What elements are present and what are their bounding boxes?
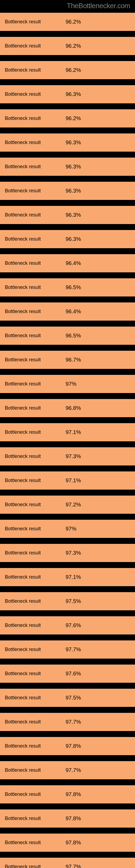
result-row: Bottleneck result97% — [0, 520, 135, 538]
result-row: Bottleneck result97.5% — [0, 592, 135, 610]
result-row: Bottleneck result97% — [0, 375, 135, 393]
result-value: 97.7% — [65, 646, 81, 653]
result-label: Bottleneck result — [5, 357, 65, 363]
result-row: Bottleneck result96.3% — [0, 133, 135, 152]
result-row: Bottleneck result97.7% — [0, 641, 135, 659]
result-label: Bottleneck result — [5, 260, 65, 266]
result-value: 97.8% — [65, 839, 81, 846]
result-value: 97.7% — [65, 864, 81, 868]
header: TheBottlenecker.com — [0, 0, 135, 13]
result-value: 96.5% — [65, 333, 81, 339]
result-value: 96.3% — [65, 91, 81, 97]
result-value: 97.8% — [65, 743, 81, 749]
result-label: Bottleneck result — [5, 816, 65, 822]
result-label: Bottleneck result — [5, 91, 65, 97]
result-row: Bottleneck result97.6% — [0, 664, 135, 683]
result-row: Bottleneck result96.7% — [0, 351, 135, 369]
result-value: 96.4% — [65, 260, 81, 267]
result-row: Bottleneck result96.2% — [0, 109, 135, 127]
result-row: Bottleneck result96.3% — [0, 230, 135, 248]
result-label: Bottleneck result — [5, 550, 65, 556]
result-row: Bottleneck result97.8% — [0, 785, 135, 803]
result-value: 97.7% — [65, 719, 81, 725]
result-label: Bottleneck result — [5, 478, 65, 484]
result-value: 97.6% — [65, 671, 81, 677]
result-label: Bottleneck result — [5, 840, 65, 845]
result-value: 96.4% — [65, 308, 81, 315]
result-row: Bottleneck result96.4% — [0, 254, 135, 272]
result-row: Bottleneck result97.6% — [0, 616, 135, 634]
result-value: 97.1% — [65, 477, 81, 484]
result-label: Bottleneck result — [5, 767, 65, 773]
result-row: Bottleneck result96.5% — [0, 278, 135, 297]
result-value: 96.3% — [65, 236, 81, 242]
result-label: Bottleneck result — [5, 719, 65, 725]
result-row: Bottleneck result97.2% — [0, 496, 135, 514]
result-value: 96.8% — [65, 405, 81, 411]
result-label: Bottleneck result — [5, 140, 65, 145]
result-value: 96.3% — [65, 163, 81, 170]
result-label: Bottleneck result — [5, 647, 65, 652]
result-value: 97.5% — [65, 598, 81, 604]
result-row: Bottleneck result97.7% — [0, 761, 135, 779]
result-row: Bottleneck result96.5% — [0, 327, 135, 345]
result-value: 96.2% — [65, 67, 81, 73]
result-value: 96.5% — [65, 284, 81, 290]
result-label: Bottleneck result — [5, 429, 65, 435]
result-label: Bottleneck result — [5, 116, 65, 121]
result-row: Bottleneck result96.8% — [0, 399, 135, 417]
result-value: 97.1% — [65, 429, 81, 435]
result-value: 97.3% — [65, 453, 81, 460]
result-row: Bottleneck result96.2% — [0, 61, 135, 79]
result-label: Bottleneck result — [5, 598, 65, 604]
result-value: 97% — [65, 526, 77, 532]
result-label: Bottleneck result — [5, 405, 65, 411]
result-label: Bottleneck result — [5, 67, 65, 73]
result-row: Bottleneck result96.3% — [0, 206, 135, 224]
result-value: 96.3% — [65, 140, 81, 146]
result-row: Bottleneck result96.2% — [0, 13, 135, 31]
result-row: Bottleneck result97.7% — [0, 713, 135, 731]
result-label: Bottleneck result — [5, 671, 65, 677]
result-value: 97.6% — [65, 622, 81, 628]
result-label: Bottleneck result — [5, 284, 65, 290]
result-value: 96.3% — [65, 212, 81, 218]
result-value: 97.3% — [65, 550, 81, 556]
result-row: Bottleneck result96.3% — [0, 158, 135, 176]
result-label: Bottleneck result — [5, 212, 65, 218]
result-label: Bottleneck result — [5, 502, 65, 507]
result-value: 96.2% — [65, 115, 81, 122]
result-label: Bottleneck result — [5, 381, 65, 387]
result-row: Bottleneck result97.8% — [0, 809, 135, 828]
result-label: Bottleneck result — [5, 19, 65, 25]
result-row: Bottleneck result97.1% — [0, 568, 135, 586]
result-label: Bottleneck result — [5, 574, 65, 580]
result-row: Bottleneck result97.8% — [0, 834, 135, 852]
result-label: Bottleneck result — [5, 43, 65, 49]
result-value: 96.2% — [65, 43, 81, 49]
result-label: Bottleneck result — [5, 309, 65, 314]
result-value: 97.5% — [65, 695, 81, 701]
result-row: Bottleneck result96.3% — [0, 182, 135, 200]
result-row: Bottleneck result96.4% — [0, 303, 135, 321]
result-row: Bottleneck result97.1% — [0, 423, 135, 441]
result-label: Bottleneck result — [5, 792, 65, 797]
result-label: Bottleneck result — [5, 695, 65, 701]
result-label: Bottleneck result — [5, 236, 65, 242]
result-label: Bottleneck result — [5, 622, 65, 628]
result-value: 96.7% — [65, 357, 81, 363]
result-value: 96.2% — [65, 19, 81, 25]
result-value: 97.1% — [65, 574, 81, 580]
result-label: Bottleneck result — [5, 454, 65, 459]
result-label: Bottleneck result — [5, 526, 65, 532]
result-label: Bottleneck result — [5, 188, 65, 194]
result-row: Bottleneck result97.8% — [0, 737, 135, 755]
result-value: 97.8% — [65, 815, 81, 822]
result-row: Bottleneck result97.3% — [0, 447, 135, 465]
result-value: 97.2% — [65, 501, 81, 508]
result-label: Bottleneck result — [5, 864, 65, 868]
result-label: Bottleneck result — [5, 333, 65, 339]
result-label: Bottleneck result — [5, 164, 65, 169]
result-row: Bottleneck result96.2% — [0, 37, 135, 55]
result-row: Bottleneck result97.7% — [0, 858, 135, 868]
